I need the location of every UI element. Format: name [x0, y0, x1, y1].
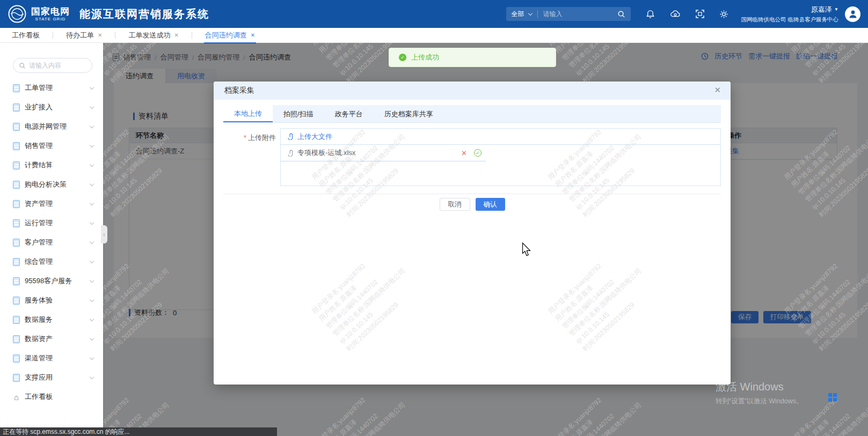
sidebar-item-workboard[interactable]: ⌂ 工作看板 [0, 387, 103, 407]
archive-collect-modal: 档案采集 ✕ 本地上传 拍照/扫描 政务平台 历史档案库共享 *上传附件 上传大… [214, 82, 731, 385]
search-icon[interactable] [617, 10, 625, 18]
state-grid-emblem-icon [8, 4, 27, 24]
sidebar-item-0[interactable]: 工单管理 [0, 78, 103, 98]
fullscreen-scan-icon[interactable] [696, 10, 704, 18]
document-icon [13, 200, 20, 208]
cloud-icon[interactable] [670, 10, 681, 18]
document-icon [13, 181, 20, 189]
chevron-down-icon [90, 278, 94, 282]
sidebar-item-5[interactable]: 购电分析决策 [0, 175, 103, 194]
chevron-down-icon [90, 104, 94, 108]
sidebar-item-4[interactable]: 计费结算 [0, 156, 103, 175]
sidebar-item-label: 综合管理 [25, 257, 85, 267]
document-icon [13, 161, 20, 169]
sidebar-item-label: 工单管理 [25, 83, 85, 93]
sidebar-item-15[interactable]: 支撑应用 [0, 368, 103, 387]
modal-title: 档案采集 [224, 86, 254, 95]
sidebar-item-1[interactable]: 业扩接入 [0, 98, 103, 117]
global-search[interactable]: 全部 [506, 7, 631, 21]
modal-tab-local-upload[interactable]: 本地上传 [223, 105, 273, 122]
browser-status-bar: 正在等待 scp.emss.sx.sgcc.com.cn 的响应... [0, 427, 277, 436]
document-icon [13, 335, 20, 343]
sidebar-item-7[interactable]: 运行管理 [0, 213, 103, 233]
sidebar-item-14[interactable]: 渠道管理 [0, 349, 103, 368]
sidebar-item-13[interactable]: 数据资产 [0, 329, 103, 349]
field-label: 上传附件 [248, 134, 276, 142]
close-icon[interactable]: ✕ [174, 32, 178, 38]
sidebar-item-8[interactable]: 客户管理 [0, 233, 103, 252]
app-header: 国家电网 STATE GRID 能源互联网营销服务系统 全部 [0, 0, 868, 28]
delete-file-icon[interactable]: ✕ [461, 149, 467, 157]
upload-area: 上传大文件 专项模板-运城.xlsx ✕ ✓ [280, 128, 721, 186]
chevron-down-icon [90, 316, 94, 321]
document-icon [13, 258, 20, 266]
chevron-down-icon [90, 355, 94, 359]
brand-cn: 国家电网 [31, 7, 70, 16]
sidebar-item-label: 渠道管理 [25, 353, 85, 363]
global-search-input[interactable] [543, 10, 617, 18]
sidebar-item-label: 95598客户服务 [25, 276, 85, 286]
sidebar-search-input[interactable] [29, 62, 86, 69]
modal-tab-gov-platform[interactable]: 政务平台 [324, 105, 374, 122]
bell-icon[interactable] [646, 10, 655, 19]
chevron-down-icon [90, 181, 94, 186]
modal-tab-photo-scan[interactable]: 拍照/扫描 [273, 105, 324, 122]
gear-icon[interactable] [719, 10, 728, 19]
document-icon [13, 374, 20, 382]
chevron-down-icon [90, 162, 94, 166]
sidebar-collapse-handle[interactable]: ‹ [101, 225, 107, 243]
sidebar-item-label: 购电分析决策 [25, 180, 85, 189]
close-icon[interactable]: ✕ [714, 85, 721, 95]
caret-down-icon: ▼ [834, 7, 838, 12]
chevron-down-icon [90, 258, 94, 263]
chevron-down-icon [90, 374, 94, 379]
user-block[interactable]: 原嘉泽▼ 国网临猗供电公司 临猗县客户服务中心 [741, 5, 838, 24]
sidebar-item-2[interactable]: 电源并网管理 [0, 117, 103, 136]
sidebar-item-10[interactable]: 95598客户服务 [0, 271, 103, 291]
upload-success-icon: ✓ [474, 149, 482, 157]
document-icon [13, 239, 20, 247]
paperclip-icon [287, 133, 294, 140]
search-scope-select[interactable]: 全部 [512, 10, 524, 19]
sidebar-item-label: 服务体验 [25, 295, 85, 305]
toast-text: 上传成功 [411, 53, 439, 62]
floating-widget-icon[interactable] [828, 393, 837, 402]
chevron-down-icon [528, 11, 532, 15]
chevron-down-icon [90, 123, 94, 128]
sidebar-item-3[interactable]: 销售管理 [0, 136, 103, 156]
nav-tab-workboard[interactable]: 工作看板 [10, 28, 42, 43]
sidebar: 工单管理业扩接入电源并网管理销售管理计费结算购电分析决策资产管理运行管理客户管理… [0, 43, 103, 436]
document-icon [13, 219, 20, 227]
brand-en: STATE GRID [31, 17, 70, 21]
avatar[interactable] [845, 6, 860, 22]
chevron-down-icon [90, 143, 94, 147]
sidebar-search[interactable] [13, 58, 92, 73]
sidebar-item-12[interactable]: 数据服务 [0, 310, 103, 329]
sidebar-item-label: 电源并网管理 [25, 122, 85, 131]
confirm-button[interactable]: 确认 [476, 198, 505, 211]
close-icon[interactable]: ✕ [98, 32, 102, 38]
sidebar-item-6[interactable]: 资产管理 [0, 194, 103, 213]
document-icon [13, 84, 20, 92]
success-check-icon: ✓ [399, 54, 406, 61]
sidebar-item-9[interactable]: 综合管理 [0, 252, 103, 271]
close-icon[interactable]: ✕ [251, 32, 255, 38]
document-icon [13, 142, 20, 150]
chevron-down-icon [90, 239, 94, 243]
nav-tab-contract-breach[interactable]: 合同违约调查✕ [203, 28, 257, 43]
document-icon [13, 277, 20, 285]
nav-tab-order-sent[interactable]: 工单发送成功✕ [126, 28, 180, 43]
cancel-button[interactable]: 取消 [440, 198, 470, 211]
chevron-down-icon [90, 336, 94, 340]
sidebar-item-11[interactable]: 服务体验 [0, 291, 103, 310]
sidebar-item-label: 数据服务 [25, 315, 85, 324]
chevron-down-icon [90, 297, 94, 301]
search-icon [19, 62, 26, 69]
screen: 国家电网 STATE GRID 能源互联网营销服务系统 全部 [0, 0, 868, 436]
upload-big-file-row[interactable]: 上传大文件 [281, 129, 720, 145]
paperclip-icon [287, 150, 294, 157]
document-icon [13, 354, 20, 363]
modal-tab-history-archive[interactable]: 历史档案库共享 [374, 105, 444, 122]
nav-tab-todo[interactable]: 待办工单✕ [64, 28, 104, 43]
upload-big-file-link[interactable]: 上传大文件 [297, 132, 332, 142]
